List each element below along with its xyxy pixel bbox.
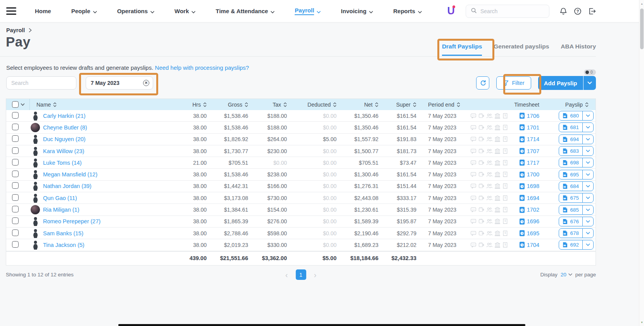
header-period-end[interactable]: Period end <box>421 102 468 108</box>
payslip-dropdown[interactable] <box>583 158 593 167</box>
comment-icon[interactable] <box>470 207 477 213</box>
row-checkbox[interactable] <box>12 229 19 236</box>
team-icon[interactable] <box>486 124 492 131</box>
header-tax[interactable]: Tax <box>253 102 292 108</box>
schedule-export-icon[interactable] <box>478 207 485 213</box>
add-payslip-button[interactable]: Add Payslip <box>538 76 583 90</box>
employee-name-link[interactable]: Nathan Jordan (39) <box>43 183 92 189</box>
filter-button[interactable]: Filter <box>496 76 531 90</box>
employee-name-link[interactable]: Luke Toms (14) <box>43 160 82 166</box>
notifications-bell-icon[interactable] <box>559 7 567 15</box>
payslip-dropdown[interactable] <box>583 135 593 144</box>
comment-icon[interactable] <box>470 171 477 178</box>
payslip-pdf-button[interactable]: 698 <box>559 158 583 167</box>
nav-item[interactable]: Home <box>35 8 51 14</box>
bank-icon[interactable] <box>494 183 501 189</box>
select-menu-chevron-icon[interactable] <box>21 103 25 106</box>
header-name[interactable]: Name <box>29 99 169 110</box>
payslip-dropdown[interactable] <box>583 123 593 132</box>
nav-item[interactable]: People <box>71 7 97 15</box>
employee-name-link[interactable]: Qun Gao (11) <box>43 195 77 201</box>
team-icon[interactable] <box>486 113 492 119</box>
page-size-select[interactable]: 20 <box>561 272 572 278</box>
row-checkbox[interactable] <box>12 182 19 189</box>
row-checkbox[interactable] <box>12 241 19 248</box>
employee-name-link[interactable]: Romeo Perepeper (27) <box>43 218 100 224</box>
timesheet-link[interactable]: 1696 <box>519 218 539 225</box>
employee-name-link[interactable]: Tina Jackson (5) <box>43 242 85 248</box>
payslip-dropdown[interactable] <box>583 217 593 226</box>
next-page-icon[interactable]: › <box>314 271 317 279</box>
timesheet-link[interactable]: 1700 <box>519 171 539 178</box>
nav-item[interactable]: Time & Attendance <box>216 7 275 15</box>
comment-icon[interactable] <box>470 218 477 224</box>
payslip-pdf-button[interactable]: 692 <box>559 240 583 249</box>
receipt-icon[interactable]: $ <box>502 230 508 236</box>
comment-icon[interactable] <box>470 230 477 236</box>
schedule-export-icon[interactable] <box>478 148 485 154</box>
clear-date-icon[interactable]: ✕ <box>143 80 149 86</box>
team-icon[interactable] <box>486 218 492 224</box>
payslip-pdf-button[interactable]: 685 <box>559 205 583 214</box>
payslip-dropdown[interactable] <box>583 147 593 155</box>
payslip-pdf-button[interactable]: 678 <box>559 229 583 238</box>
nav-item[interactable]: Invoicing <box>341 7 373 15</box>
bank-icon[interactable] <box>494 148 501 154</box>
payslip-pdf-button[interactable]: 676 <box>559 217 583 226</box>
add-payslip-dropdown[interactable] <box>584 76 596 90</box>
receipt-icon[interactable]: $ <box>502 113 508 119</box>
receipt-icon[interactable]: $ <box>502 148 508 154</box>
timesheet-link[interactable]: 1702 <box>519 207 539 213</box>
team-icon[interactable] <box>486 148 492 154</box>
team-icon[interactable] <box>486 242 492 248</box>
nav-item[interactable]: Payroll <box>295 7 321 15</box>
timesheet-link[interactable]: 1698 <box>519 183 539 190</box>
bank-icon[interactable] <box>494 230 501 236</box>
payslip-dropdown[interactable] <box>583 229 593 238</box>
team-icon[interactable] <box>486 207 492 213</box>
schedule-export-icon[interactable] <box>478 113 485 119</box>
comment-icon[interactable] <box>470 195 477 201</box>
comment-icon[interactable] <box>470 183 477 189</box>
employee-name-link[interactable]: Megan Mansfield (12) <box>43 171 97 178</box>
team-icon[interactable] <box>486 136 492 142</box>
payslip-dropdown[interactable] <box>583 240 593 249</box>
tab[interactable]: ABA History <box>561 43 596 56</box>
comment-icon[interactable] <box>470 242 477 248</box>
payslip-pdf-button[interactable]: 680 <box>559 111 583 120</box>
bank-icon[interactable] <box>494 171 501 178</box>
comment-icon[interactable] <box>470 160 477 166</box>
bank-icon[interactable] <box>494 242 501 248</box>
timesheet-link[interactable]: 1694 <box>519 195 539 201</box>
header-net[interactable]: Net <box>342 102 383 108</box>
tab[interactable]: Draft Payslips <box>442 43 482 56</box>
receipt-icon[interactable]: $ <box>502 124 508 131</box>
payslip-dropdown[interactable] <box>583 193 593 202</box>
schedule-export-icon[interactable] <box>478 183 485 189</box>
timesheet-link[interactable]: 1717 <box>519 159 539 166</box>
refresh-button[interactable] <box>476 76 489 90</box>
bank-icon[interactable] <box>494 136 501 142</box>
receipt-icon[interactable]: $ <box>502 242 508 248</box>
header-hrs[interactable]: Hrs <box>169 102 212 108</box>
nav-item[interactable]: Operations <box>117 7 154 15</box>
receipt-icon[interactable]: $ <box>502 183 508 189</box>
header-gross[interactable]: Gross <box>212 102 253 108</box>
header-deducted[interactable]: Deducted <box>292 102 342 108</box>
team-icon[interactable] <box>486 195 492 201</box>
row-checkbox[interactable] <box>12 124 19 130</box>
receipt-icon[interactable]: $ <box>502 218 508 224</box>
timesheet-link[interactable]: 1714 <box>519 136 539 143</box>
bank-icon[interactable] <box>494 218 501 224</box>
bank-icon[interactable] <box>494 113 501 119</box>
tab[interactable]: Generated payslips <box>494 43 549 56</box>
header-payslip[interactable]: Payslip <box>543 102 596 108</box>
hamburger-menu-icon[interactable] <box>6 7 16 15</box>
schedule-export-icon[interactable] <box>478 124 485 131</box>
search-input[interactable] <box>6 76 76 90</box>
payslip-dropdown[interactable] <box>583 170 593 179</box>
payslip-pdf-button[interactable]: 681 <box>559 123 583 132</box>
timesheet-link[interactable]: 1707 <box>519 148 539 154</box>
bank-icon[interactable] <box>494 124 501 131</box>
schedule-export-icon[interactable] <box>478 171 485 178</box>
